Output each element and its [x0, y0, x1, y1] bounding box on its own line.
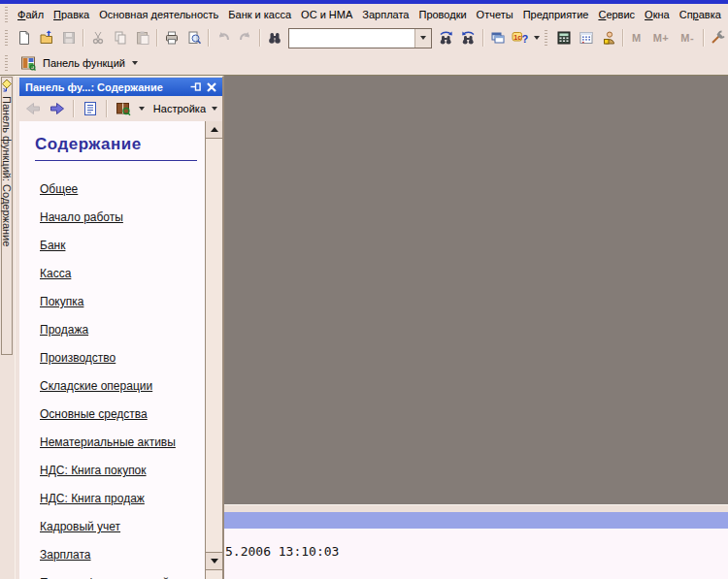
back-arrow-icon [21, 98, 44, 119]
copy-icon [109, 27, 131, 48]
contents-link[interactable]: НДС: Книга покупок [40, 465, 205, 476]
close-icon[interactable] [204, 80, 219, 94]
toolbar-separator [208, 29, 209, 47]
save-icon [57, 27, 80, 48]
sections-book-icon[interactable] [112, 98, 134, 119]
panel-scrollbar[interactable] [205, 121, 222, 579]
windows-icon[interactable] [486, 27, 509, 48]
sections-dropdown-caret[interactable] [139, 107, 145, 111]
panel-content: Содержание ОбщееНачало работыБанкКассаПо… [19, 121, 205, 579]
paste-icon [131, 27, 153, 48]
contents-link[interactable]: Кадровый учет [40, 521, 205, 532]
contents-link[interactable]: Начало работы [40, 211, 205, 223]
function-panel-label[interactable]: Панель функций [43, 57, 125, 69]
memory-plus-button: M+ [647, 32, 676, 44]
contents-heading: Содержание [35, 135, 205, 154]
settings-dropdown-caret[interactable] [212, 107, 217, 111]
contents-link[interactable]: Банк [40, 240, 205, 251]
panel-toolbar: Настройка [19, 96, 222, 121]
find-icon[interactable] [263, 27, 285, 48]
toolbar-separator [106, 100, 107, 117]
search-input[interactable] [289, 29, 414, 48]
contents-link[interactable]: Продажа [40, 324, 205, 336]
toolbar-grip[interactable] [545, 30, 547, 46]
memory-minus-button: M- [675, 32, 700, 44]
toolbar-grip[interactable] [5, 55, 8, 71]
panel-divider[interactable] [224, 504, 728, 512]
open-icon[interactable] [35, 27, 57, 48]
panel-title-bar[interactable]: Панель фу...: Содержание [19, 78, 222, 96]
find-next-icon[interactable] [435, 27, 457, 48]
panel-body: Содержание ОбщееНачало работыБанкКассаПо… [19, 121, 222, 579]
toolbar-separator [156, 29, 157, 47]
menu-item[interactable]: Справка [675, 6, 726, 23]
contents-link[interactable]: НДС: Книга продаж [40, 493, 205, 504]
search-dropdown-button[interactable] [414, 29, 431, 48]
menu-item[interactable]: Предприятие [518, 6, 594, 23]
status-message: 5.2006 13:10:03 [225, 544, 339, 559]
menu-item[interactable]: Окна [640, 6, 675, 23]
contents-view-icon[interactable] [79, 98, 101, 119]
menu-item[interactable]: Банк и касса [223, 6, 296, 23]
menu-item[interactable]: Правка [49, 6, 94, 23]
menu-item[interactable]: Файл [13, 6, 49, 23]
menu-bar: ФайлПравкаОсновная деятельностьБанк и ка… [0, 4, 728, 24]
side-tab-label: Панель функций: Содержание [1, 96, 13, 246]
calendar-icon[interactable] [575, 27, 597, 48]
scroll-up-button[interactable] [206, 121, 222, 139]
hide-panel-icon [1, 78, 13, 93]
main-area: 5.2006 13:10:03 [224, 76, 728, 579]
search-combobox [288, 28, 432, 48]
toolbar-grip[interactable] [5, 7, 8, 22]
menu-item[interactable]: Зарплата [357, 6, 414, 23]
menu-item[interactable]: Основная деятельность [94, 6, 223, 23]
function-panel-icon[interactable] [17, 52, 39, 74]
contents-link[interactable]: Производство [40, 352, 205, 364]
settings-button[interactable]: Настройка [153, 103, 206, 114]
application-window: ФайлПравкаОсновная деятельностьБанк и ка… [0, 0, 728, 579]
toolbar-separator [73, 100, 74, 117]
scroll-up-arrow-icon [211, 127, 218, 132]
menu-item[interactable]: Проводки [414, 6, 471, 23]
pin-icon[interactable] [188, 80, 204, 94]
svg-text:?: ? [522, 33, 529, 45]
menu-item[interactable]: ОС и НМА [296, 6, 357, 23]
side-tab-strip: Панель функций: Содержание [0, 76, 15, 579]
function-panel-dropdown-caret[interactable] [132, 61, 138, 65]
forward-arrow-icon[interactable] [46, 98, 68, 119]
contents-link[interactable]: Покупка [40, 296, 205, 307]
help-dropdown-caret[interactable] [534, 36, 540, 40]
contents-link[interactable]: Зарплата [40, 549, 205, 561]
contents-links: ОбщееНачало работыБанкКассаПокупкаПродаж… [40, 183, 205, 579]
redo-icon [234, 27, 256, 48]
find-previous-icon[interactable] [457, 27, 480, 48]
new-document-icon[interactable] [13, 27, 35, 48]
message-area: 5.2006 13:10:03 [224, 529, 728, 579]
workspace [224, 76, 728, 504]
contents-link[interactable]: Касса [40, 268, 205, 279]
memory-recall-button: M [626, 32, 647, 44]
tools-icon[interactable] [707, 27, 728, 48]
scroll-down-button[interactable] [206, 552, 222, 570]
calculator-icon[interactable] [552, 27, 575, 48]
side-tab-function-panel[interactable]: Панель функций: Содержание [1, 77, 13, 355]
contents-link[interactable]: Складские операции [40, 380, 205, 392]
contents-link[interactable]: Основные средства [40, 408, 205, 420]
toolbar-separator [703, 29, 704, 47]
function-panel-window: Панель фу...: Содержание [15, 76, 224, 579]
contents-link[interactable]: Общее [40, 183, 205, 195]
print-icon[interactable] [160, 27, 182, 48]
toolbar-separator [259, 29, 260, 47]
assistant-icon[interactable] [597, 27, 619, 48]
undo-icon [212, 27, 234, 48]
menu-item[interactable]: Отчеты [472, 6, 518, 23]
help-1c-icon[interactable]: 1с? [509, 27, 531, 48]
menu-item[interactable]: Сервис [593, 6, 640, 23]
heading-rule [35, 160, 197, 161]
toolbar-separator [482, 29, 483, 47]
contents-link[interactable]: Нематериальные активы [40, 436, 205, 448]
print-preview-icon[interactable] [182, 27, 205, 48]
toolbar-grip[interactable] [5, 30, 8, 46]
message-selection-strip[interactable] [224, 512, 728, 529]
main-toolbar: 1с? M M+ M- [0, 24, 728, 51]
